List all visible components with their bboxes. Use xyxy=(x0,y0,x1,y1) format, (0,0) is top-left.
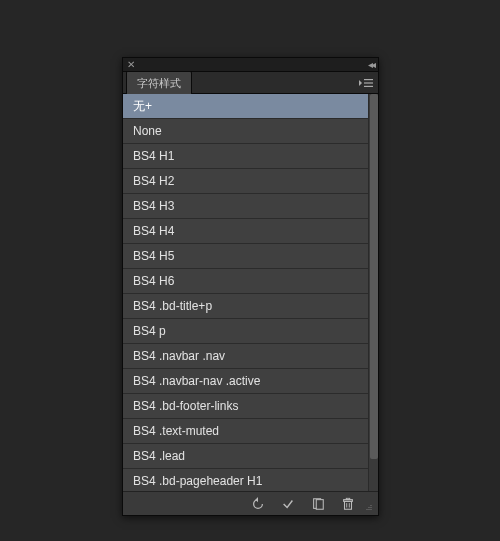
apply-button[interactable] xyxy=(274,494,302,514)
svg-marker-4 xyxy=(255,497,258,502)
svg-rect-8 xyxy=(345,501,352,509)
list-item[interactable]: BS4 .bd-title+p xyxy=(123,294,368,319)
svg-point-13 xyxy=(370,504,371,505)
character-styles-panel: ✕ ◂◂ 字符样式 无+NoneBS4 H1BS4 H2BS4 H3BS4 H4… xyxy=(122,57,379,516)
svg-point-17 xyxy=(368,508,369,509)
refresh-button[interactable] xyxy=(244,494,272,514)
menu-icon xyxy=(359,77,373,89)
svg-rect-1 xyxy=(364,79,373,80)
list-item[interactable]: BS4 H5 xyxy=(123,244,368,269)
resize-grip[interactable] xyxy=(364,494,374,514)
checkmark-icon xyxy=(281,497,295,511)
svg-rect-2 xyxy=(364,82,373,83)
styles-list: 无+NoneBS4 H1BS4 H2BS4 H3BS4 H4BS4 H5BS4 … xyxy=(123,94,368,491)
tab-character-styles[interactable]: 字符样式 xyxy=(126,71,192,94)
list-item[interactable]: 无+ xyxy=(123,94,368,119)
list-item[interactable]: BS4 H1 xyxy=(123,144,368,169)
svg-point-14 xyxy=(368,506,369,507)
scrollbar[interactable] xyxy=(368,94,378,491)
trash-icon xyxy=(341,497,355,511)
svg-rect-10 xyxy=(346,498,350,499)
new-style-button[interactable] xyxy=(304,494,332,514)
svg-point-16 xyxy=(366,508,367,509)
list-item[interactable]: BS4 .navbar .nav xyxy=(123,344,368,369)
list-item[interactable]: BS4 p xyxy=(123,319,368,344)
list-item[interactable]: BS4 H3 xyxy=(123,194,368,219)
close-icon[interactable]: ✕ xyxy=(127,60,135,70)
list-item[interactable]: BS4 .bd-footer-links xyxy=(123,394,368,419)
scrollbar-thumb[interactable] xyxy=(370,94,378,459)
list-item[interactable]: BS4 .bd-pageheader H1 xyxy=(123,469,368,491)
svg-rect-7 xyxy=(316,499,323,509)
svg-marker-0 xyxy=(359,80,362,86)
svg-point-18 xyxy=(370,508,371,509)
delete-button[interactable] xyxy=(334,494,362,514)
list-item[interactable]: BS4 H4 xyxy=(123,219,368,244)
refresh-icon xyxy=(251,497,265,511)
tab-bar: 字符样式 xyxy=(123,72,378,94)
list-item[interactable]: None xyxy=(123,119,368,144)
new-page-icon xyxy=(311,497,325,511)
list-item[interactable]: BS4 .navbar-nav .active xyxy=(123,369,368,394)
panel-menu-button[interactable] xyxy=(358,76,374,90)
list-item[interactable]: BS4 H2 xyxy=(123,169,368,194)
panel-titlebar: ✕ ◂◂ xyxy=(123,58,378,72)
collapse-icon[interactable]: ◂◂ xyxy=(368,59,374,70)
list-item[interactable]: BS4 .text-muted xyxy=(123,419,368,444)
grip-icon xyxy=(366,503,372,512)
styles-list-container: 无+NoneBS4 H1BS4 H2BS4 H3BS4 H4BS4 H5BS4 … xyxy=(123,94,378,491)
svg-point-15 xyxy=(370,506,371,507)
list-item[interactable]: BS4 .lead xyxy=(123,444,368,469)
list-item[interactable]: BS4 H6 xyxy=(123,269,368,294)
svg-rect-3 xyxy=(364,86,373,87)
panel-footer xyxy=(123,491,378,515)
